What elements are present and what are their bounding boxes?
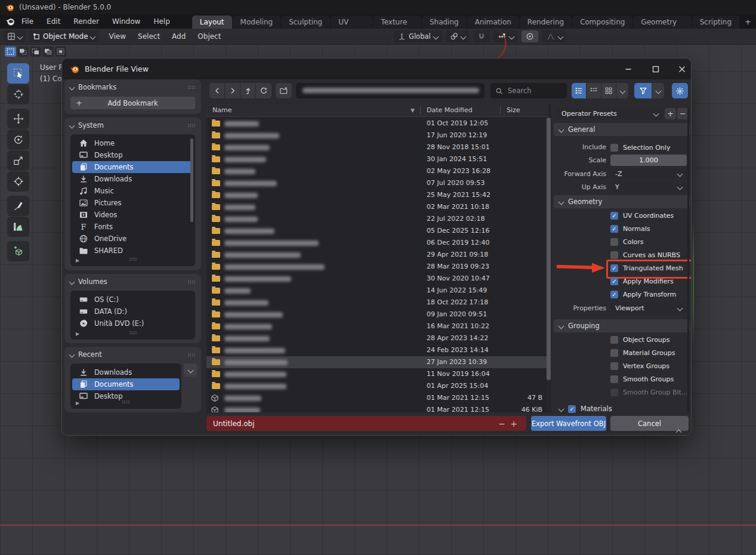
menu-edit[interactable]: Edit	[40, 14, 67, 29]
tool-menu-add[interactable]: Add	[166, 32, 192, 41]
workspace-tab-geometry-nodes[interactable]: Geometry Nodes	[633, 16, 691, 29]
file-path-field[interactable]	[296, 83, 485, 98]
selection-only-row[interactable]: Selection Only	[610, 141, 670, 154]
column-name[interactable]: Name	[212, 106, 232, 114]
workspace-tab-modeling[interactable]: Modeling	[233, 16, 281, 29]
file-row[interactable]: 27 Jan 2023 10:39	[206, 356, 548, 368]
sidebar-item-home[interactable]: Home	[72, 137, 193, 149]
recent-collapse-button[interactable]	[184, 363, 197, 377]
apply-transform-checkbox[interactable]	[610, 291, 618, 298]
file-row[interactable]: 01 Mar 2021 12:1546 KiB	[206, 404, 548, 412]
option-smooth-groups[interactable]: Smooth Groups	[610, 372, 687, 386]
material-groups-checkbox[interactable]	[610, 349, 618, 357]
editor-type-selector[interactable]	[4, 30, 26, 42]
increment-filename-button[interactable]: +	[508, 419, 520, 428]
move-tool[interactable]	[7, 109, 29, 129]
filename-field[interactable]: Untitled.obj − +	[206, 416, 526, 431]
properties-dropdown[interactable]: Viewport	[610, 303, 687, 314]
workspace-tab-texture-paint[interactable]: Texture Paint	[373, 16, 421, 29]
scale-tool[interactable]	[7, 150, 29, 171]
expand-triangle-icon[interactable]: ▶	[76, 400, 79, 406]
file-row[interactable]: 28 Nov 2018 15:01	[206, 141, 548, 153]
file-row[interactable]: 01 Apr 2025 15:04	[206, 380, 548, 392]
file-row[interactable]: 29 Apr 2021 09:18	[206, 249, 548, 261]
option-apply-transform[interactable]: Apply Transform	[610, 288, 683, 301]
normals-checkbox[interactable]	[610, 225, 618, 233]
sidebar-item-fonts[interactable]: FFonts	[72, 221, 193, 233]
select-mode-extend[interactable]	[17, 47, 29, 57]
add-bookmark-button[interactable]: + Add Bookmark	[70, 97, 195, 109]
search-input[interactable]	[507, 86, 560, 95]
section-general[interactable]: General	[554, 123, 690, 136]
menu-help[interactable]: Help	[147, 14, 176, 29]
grip-icon[interactable]	[129, 331, 137, 335]
sidebar-item-os-c[interactable]: OS (C:)	[72, 294, 193, 306]
scale-field[interactable]: 1.000	[610, 155, 687, 166]
file-row[interactable]: 02 Mar 2021 10:18	[206, 201, 548, 213]
sidebar-item-shared[interactable]: SHARED	[72, 245, 193, 257]
add-cube-tool[interactable]	[7, 241, 29, 261]
workspace-tab-compositing[interactable]: Compositing	[572, 16, 632, 29]
sidebar-item-documents[interactable]: Documents	[72, 378, 180, 390]
file-row[interactable]: 07 Jul 2020 09:53	[206, 177, 548, 189]
smooth-group-bit-checkbox[interactable]	[610, 388, 618, 396]
up-axis-dropdown[interactable]: Y	[610, 181, 687, 193]
expand-triangle-icon[interactable]: ▶	[76, 258, 79, 263]
sort-descending-icon[interactable]: ▼	[411, 107, 415, 113]
sidebar-item-desktop[interactable]: Desktop	[72, 149, 193, 161]
cursor-tool[interactable]	[7, 84, 29, 104]
select-mode-intersect[interactable]	[55, 47, 66, 57]
file-row[interactable]: 06 Dec 2019 12:40	[206, 237, 548, 249]
file-list-scrollbar[interactable]	[547, 118, 551, 412]
object-groups-checkbox[interactable]	[610, 336, 618, 344]
curves-as-nurbs-checkbox[interactable]	[610, 251, 618, 259]
measure-tool[interactable]	[7, 217, 29, 237]
workspace-tab-shading[interactable]: Shading	[422, 16, 467, 29]
bookmarks-panel-header[interactable]: Bookmarks	[64, 79, 201, 95]
section-materials[interactable]: Materials	[554, 402, 690, 415]
panel-scrollbar[interactable]	[687, 108, 689, 412]
file-row[interactable]: 18 Oct 2022 17:18	[206, 297, 548, 309]
decrement-filename-button[interactable]: −	[496, 419, 508, 428]
section-grouping[interactable]: Grouping	[554, 319, 690, 332]
cancel-button[interactable]: Cancel	[610, 416, 689, 431]
file-row[interactable]: 30 Nov 2020 10:47	[206, 273, 548, 285]
option-material-groups[interactable]: Material Groups	[610, 346, 687, 359]
expand-triangle-icon[interactable]: ▶	[76, 331, 79, 337]
file-row[interactable]: 11 Nov 2019 16:04	[206, 368, 548, 380]
option-object-groups[interactable]: Object Groups	[610, 333, 687, 346]
file-row[interactable]: 01 Oct 2019 12:05	[206, 118, 548, 130]
menu-render[interactable]: Render	[67, 14, 106, 29]
option-triangulated-mesh[interactable]: Triangulated Mesh	[610, 261, 683, 275]
colors-checkbox[interactable]	[610, 238, 618, 246]
pivot-point-dropdown[interactable]	[446, 30, 470, 42]
system-scrollbar[interactable]	[190, 138, 193, 222]
system-panel-header[interactable]: System	[64, 118, 201, 133]
annotate-tool[interactable]	[7, 196, 29, 216]
tool-menu-object[interactable]: Object	[192, 32, 227, 41]
sidebar-item-videos[interactable]: Videos	[72, 209, 193, 221]
forward-axis-dropdown[interactable]: -Z	[610, 168, 687, 180]
refresh-button[interactable]	[256, 83, 271, 98]
workspace-tab-sculpting[interactable]: Sculpting	[281, 16, 330, 29]
transform-orientation-dropdown[interactable]: Global	[394, 30, 442, 42]
sidebar-item-pictures[interactable]: Pictures	[72, 197, 193, 209]
file-row[interactable]: 17 Jun 2020 12:19	[206, 130, 548, 141]
sidebar-item-downloads[interactable]: Downloads	[72, 366, 180, 378]
mode-dropdown[interactable]: Object Mode	[29, 30, 98, 42]
option-normals[interactable]: Normals	[610, 222, 683, 235]
file-row[interactable]: 14 Jun 2022 15:49	[206, 285, 548, 297]
operator-presets-dropdown[interactable]: Operator Presets	[557, 108, 663, 119]
menu-window[interactable]: Window	[106, 14, 147, 29]
vertex-groups-checkbox[interactable]	[610, 362, 618, 370]
select-mode-invert[interactable]	[42, 47, 54, 57]
back-button[interactable]	[209, 83, 225, 98]
proportional-falloff-dropdown[interactable]	[542, 30, 567, 42]
volumes-panel-header[interactable]: Volumes	[64, 274, 201, 289]
option-apply-modifiers[interactable]: Apply Modifiers	[610, 275, 683, 288]
tool-menu-select[interactable]: Select	[132, 32, 166, 41]
sidebar-item-data-d[interactable]: DATA (D:)	[72, 306, 193, 317]
file-row[interactable]: 25 May 2021 15:42	[206, 189, 548, 201]
workspace-tab-rendering[interactable]: Rendering	[520, 16, 572, 29]
file-row[interactable]: 16 Mar 2021 10:22	[206, 320, 548, 332]
